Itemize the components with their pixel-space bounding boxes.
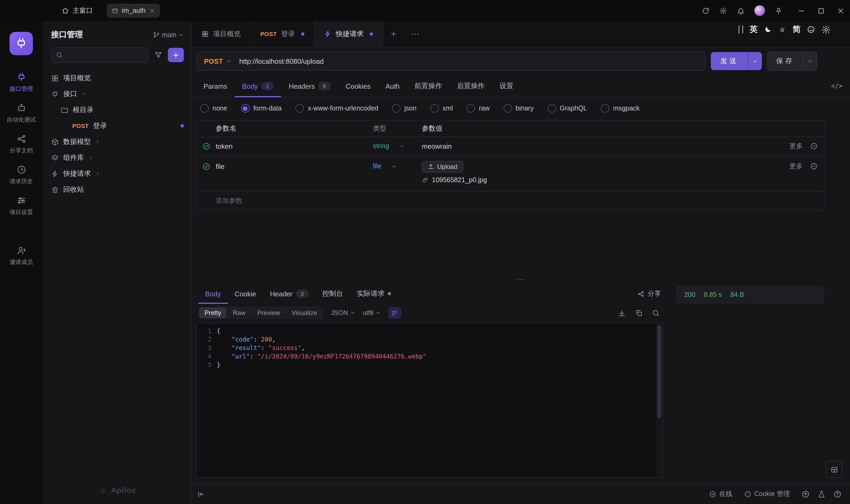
main-window-tab[interactable]: 主窗口 [55,0,99,21]
resptab-console[interactable]: 控制台 [316,284,350,304]
ime-simplified-toggle[interactable]: 简 [793,24,801,35]
send-options-chevron[interactable] [748,52,762,70]
cookie-manager[interactable]: Cookie 管理 [744,489,790,499]
bodytype-graphql[interactable]: GraphQL [547,104,587,113]
pin-icon[interactable] [775,7,782,15]
rail-item-project-settings[interactable]: 项目设置 [0,190,42,221]
rail-item-share-docs[interactable]: 分享文档 [0,128,42,159]
word-wrap-toggle[interactable] [388,307,401,319]
rail-item-api-management[interactable]: 接口管理 [0,67,42,98]
tree-item-quick-request[interactable]: 快捷请求 [42,166,191,182]
notifications-bell-icon[interactable] [737,7,745,15]
download-icon[interactable] [618,309,626,317]
param-name[interactable]: token [216,142,373,150]
tab-quick-request[interactable]: 快捷请求 [315,21,383,47]
online-status[interactable]: 在线 [709,489,732,499]
method-selector[interactable]: POST [197,57,238,65]
help-icon[interactable] [834,490,842,498]
tab-project-overview[interactable]: 项目概览 [192,21,251,47]
close-window-icon[interactable] [837,7,845,15]
tree-item-root-folder[interactable]: 根目录 [42,102,191,118]
reqtab-post-operations[interactable]: 后置操作 [450,75,492,97]
send-button[interactable]: 发送 [711,52,762,70]
rail-item-request-history[interactable]: 请求历史 [0,159,42,190]
maximize-icon[interactable] [817,7,825,15]
bodytype-none[interactable]: none [200,104,227,113]
remove-row-button[interactable] [810,142,818,150]
updates-icon[interactable] [802,490,810,498]
param-type-select[interactable]: string [373,142,422,150]
resptab-cookie[interactable]: Cookie [228,284,263,304]
param-value[interactable]: meowrain [422,142,790,150]
reqtab-params[interactable]: Params [196,75,235,97]
editor-scrollbar[interactable] [656,323,662,478]
search-in-response-icon[interactable] [652,309,660,317]
bodytype-json[interactable]: json [392,104,417,113]
reqtab-pre-operations[interactable]: 前置操作 [407,75,450,97]
save-options-chevron[interactable] [803,52,816,70]
save-button[interactable]: 保存 [767,52,817,71]
user-avatar[interactable] [755,5,765,16]
search-input[interactable] [66,51,144,59]
new-tab-button[interactable] [383,21,404,47]
bodytype-xml[interactable]: xml [430,104,453,113]
param-type-select[interactable]: file [373,157,422,175]
ime-lang-toggle[interactable]: 英 [749,24,758,35]
reqtab-auth[interactable]: Auth [378,75,407,97]
branch-selector[interactable]: main [153,31,184,38]
tree-item-project-overview[interactable]: 项目概览 [42,70,191,86]
bodytype-x-www-form-urlencoded[interactable]: x-www-form-urlencoded [296,104,378,113]
filter-button[interactable] [154,51,163,59]
more-button[interactable]: 更多 [790,142,803,150]
remove-row-button[interactable] [810,157,818,175]
search-box[interactable] [51,47,149,63]
view-raw[interactable]: Raw [228,307,251,318]
ime-settings-gear-icon[interactable] [821,25,831,34]
share-response-button[interactable]: 分享 [637,284,661,304]
resptab-actual-request[interactable]: 实际请求 [350,284,398,304]
rail-item-automated-testing[interactable]: 自动化测试 [0,98,42,128]
url-input[interactable] [238,57,705,66]
attached-file[interactable]: 109565821_p0.jpg [422,176,790,188]
more-button[interactable]: 更多 [790,157,803,175]
rail-item-invite-members[interactable]: 邀请成员 [0,240,42,271]
bodytype-binary[interactable]: binary [503,104,534,113]
ime-paw-icon[interactable] [778,25,786,34]
collapse-sidebar-icon[interactable] [197,490,205,498]
view-visualize[interactable]: Visualize [286,307,322,318]
encoding-select[interactable]: utf8 [363,309,381,317]
tab-login-endpoint[interactable]: POST 登录 [251,21,315,47]
tree-item-components[interactable]: 组件库 [42,150,191,166]
reqtab-body[interactable]: Body 2 [235,75,281,97]
settings-gear-icon[interactable] [719,7,727,15]
tree-item-recycle-bin[interactable]: 回收站 [42,182,191,198]
app-logo[interactable] [10,32,33,55]
add-param-row[interactable]: 添加参数 [197,192,824,210]
close-tab-icon[interactable] [149,8,155,14]
tree-item-apis[interactable]: 接口 [42,86,191,102]
upload-button[interactable]: Upload [422,161,463,173]
project-window-tab[interactable]: im_auth [107,4,160,18]
add-button[interactable] [168,48,184,62]
experiments-flask-icon[interactable] [818,490,826,498]
param-name[interactable]: file [216,157,373,175]
bodytype-msgpack[interactable]: msgpack [601,104,640,113]
tree-item-data-models[interactable]: 数据模型 [42,134,191,150]
layout-toggle-button[interactable] [826,461,843,478]
resptab-header[interactable]: Header 3 [263,284,315,304]
reqtab-cookies[interactable]: Cookies [338,75,378,97]
format-select[interactable]: JSON [331,309,355,317]
response-body-editor[interactable]: 1{ 2 "code": 200, 3 "result": "success",… [196,323,663,478]
minimize-icon[interactable] [797,7,805,15]
copy-icon[interactable] [635,309,643,317]
view-preview[interactable]: Preview [252,307,285,318]
ime-grip[interactable] [739,25,743,34]
param-enabled-check[interactable] [197,157,216,175]
bodytype-raw[interactable]: raw [467,104,490,113]
moon-icon[interactable] [764,25,772,34]
scrollbar-thumb[interactable] [657,325,661,418]
more-tabs-button[interactable]: ⋯ [404,21,427,47]
view-pretty[interactable]: Pretty [199,307,227,318]
panel-resize-handle[interactable]: ⋯ [192,275,850,284]
emoji-smile-icon[interactable] [807,25,815,34]
